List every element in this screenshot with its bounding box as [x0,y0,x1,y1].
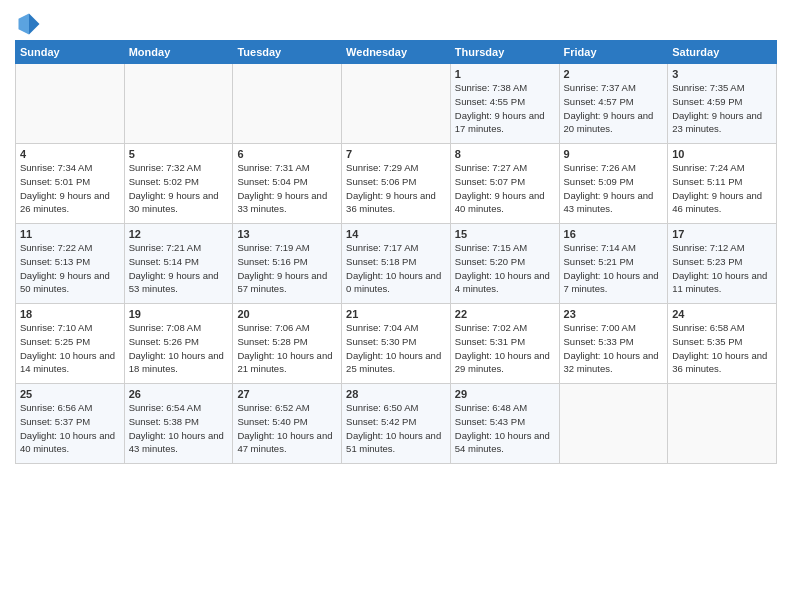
col-header-thursday: Thursday [450,41,559,64]
day-cell: 13Sunrise: 7:19 AMSunset: 5:16 PMDayligh… [233,224,342,304]
day-cell: 9Sunrise: 7:26 AMSunset: 5:09 PMDaylight… [559,144,668,224]
week-row-2: 4Sunrise: 7:34 AMSunset: 5:01 PMDaylight… [16,144,777,224]
day-info: Sunrise: 7:27 AMSunset: 5:07 PMDaylight:… [455,161,555,216]
day-cell: 26Sunrise: 6:54 AMSunset: 5:38 PMDayligh… [124,384,233,464]
day-cell: 12Sunrise: 7:21 AMSunset: 5:14 PMDayligh… [124,224,233,304]
day-info: Sunrise: 7:37 AMSunset: 4:57 PMDaylight:… [564,81,664,136]
day-number: 17 [672,228,772,240]
day-number: 11 [20,228,120,240]
day-number: 4 [20,148,120,160]
day-number: 8 [455,148,555,160]
day-cell: 6Sunrise: 7:31 AMSunset: 5:04 PMDaylight… [233,144,342,224]
day-cell: 29Sunrise: 6:48 AMSunset: 5:43 PMDayligh… [450,384,559,464]
day-cell: 14Sunrise: 7:17 AMSunset: 5:18 PMDayligh… [342,224,451,304]
day-cell: 11Sunrise: 7:22 AMSunset: 5:13 PMDayligh… [16,224,125,304]
day-number: 7 [346,148,446,160]
day-number: 14 [346,228,446,240]
logo-icon [15,10,43,38]
day-cell [559,384,668,464]
day-number: 13 [237,228,337,240]
day-number: 25 [20,388,120,400]
day-number: 29 [455,388,555,400]
day-number: 15 [455,228,555,240]
day-info: Sunrise: 7:22 AMSunset: 5:13 PMDaylight:… [20,241,120,296]
week-row-1: 1Sunrise: 7:38 AMSunset: 4:55 PMDaylight… [16,64,777,144]
day-cell [668,384,777,464]
day-cell: 19Sunrise: 7:08 AMSunset: 5:26 PMDayligh… [124,304,233,384]
day-info: Sunrise: 7:04 AMSunset: 5:30 PMDaylight:… [346,321,446,376]
svg-marker-0 [29,14,40,35]
day-info: Sunrise: 7:17 AMSunset: 5:18 PMDaylight:… [346,241,446,296]
svg-marker-1 [19,14,30,35]
day-number: 10 [672,148,772,160]
day-cell [124,64,233,144]
day-info: Sunrise: 7:19 AMSunset: 5:16 PMDaylight:… [237,241,337,296]
week-row-5: 25Sunrise: 6:56 AMSunset: 5:37 PMDayligh… [16,384,777,464]
day-cell: 25Sunrise: 6:56 AMSunset: 5:37 PMDayligh… [16,384,125,464]
day-number: 24 [672,308,772,320]
col-header-tuesday: Tuesday [233,41,342,64]
col-header-saturday: Saturday [668,41,777,64]
day-info: Sunrise: 7:02 AMSunset: 5:31 PMDaylight:… [455,321,555,376]
day-number: 26 [129,388,229,400]
day-cell: 22Sunrise: 7:02 AMSunset: 5:31 PMDayligh… [450,304,559,384]
day-info: Sunrise: 6:54 AMSunset: 5:38 PMDaylight:… [129,401,229,456]
day-cell: 15Sunrise: 7:15 AMSunset: 5:20 PMDayligh… [450,224,559,304]
day-info: Sunrise: 7:38 AMSunset: 4:55 PMDaylight:… [455,81,555,136]
day-info: Sunrise: 7:35 AMSunset: 4:59 PMDaylight:… [672,81,772,136]
day-cell: 17Sunrise: 7:12 AMSunset: 5:23 PMDayligh… [668,224,777,304]
day-number: 9 [564,148,664,160]
day-cell [342,64,451,144]
col-header-sunday: Sunday [16,41,125,64]
week-row-4: 18Sunrise: 7:10 AMSunset: 5:25 PMDayligh… [16,304,777,384]
day-cell: 10Sunrise: 7:24 AMSunset: 5:11 PMDayligh… [668,144,777,224]
day-number: 5 [129,148,229,160]
day-info: Sunrise: 6:50 AMSunset: 5:42 PMDaylight:… [346,401,446,456]
header [15,10,777,38]
day-info: Sunrise: 6:52 AMSunset: 5:40 PMDaylight:… [237,401,337,456]
day-info: Sunrise: 7:08 AMSunset: 5:26 PMDaylight:… [129,321,229,376]
day-cell: 23Sunrise: 7:00 AMSunset: 5:33 PMDayligh… [559,304,668,384]
day-info: Sunrise: 7:10 AMSunset: 5:25 PMDaylight:… [20,321,120,376]
header-row: SundayMondayTuesdayWednesdayThursdayFrid… [16,41,777,64]
day-number: 12 [129,228,229,240]
day-cell: 18Sunrise: 7:10 AMSunset: 5:25 PMDayligh… [16,304,125,384]
day-info: Sunrise: 6:48 AMSunset: 5:43 PMDaylight:… [455,401,555,456]
day-info: Sunrise: 7:24 AMSunset: 5:11 PMDaylight:… [672,161,772,216]
main-container: SundayMondayTuesdayWednesdayThursdayFrid… [0,0,792,469]
day-info: Sunrise: 7:34 AMSunset: 5:01 PMDaylight:… [20,161,120,216]
day-number: 18 [20,308,120,320]
day-number: 22 [455,308,555,320]
logo [15,10,47,38]
day-cell: 21Sunrise: 7:04 AMSunset: 5:30 PMDayligh… [342,304,451,384]
day-info: Sunrise: 7:00 AMSunset: 5:33 PMDaylight:… [564,321,664,376]
day-cell: 4Sunrise: 7:34 AMSunset: 5:01 PMDaylight… [16,144,125,224]
day-cell: 1Sunrise: 7:38 AMSunset: 4:55 PMDaylight… [450,64,559,144]
col-header-friday: Friday [559,41,668,64]
day-info: Sunrise: 7:14 AMSunset: 5:21 PMDaylight:… [564,241,664,296]
day-cell: 27Sunrise: 6:52 AMSunset: 5:40 PMDayligh… [233,384,342,464]
col-header-monday: Monday [124,41,233,64]
day-number: 27 [237,388,337,400]
day-info: Sunrise: 7:21 AMSunset: 5:14 PMDaylight:… [129,241,229,296]
day-cell: 3Sunrise: 7:35 AMSunset: 4:59 PMDaylight… [668,64,777,144]
day-cell: 8Sunrise: 7:27 AMSunset: 5:07 PMDaylight… [450,144,559,224]
day-info: Sunrise: 7:29 AMSunset: 5:06 PMDaylight:… [346,161,446,216]
day-number: 19 [129,308,229,320]
day-number: 23 [564,308,664,320]
day-info: Sunrise: 7:06 AMSunset: 5:28 PMDaylight:… [237,321,337,376]
day-cell: 28Sunrise: 6:50 AMSunset: 5:42 PMDayligh… [342,384,451,464]
day-number: 6 [237,148,337,160]
day-cell: 16Sunrise: 7:14 AMSunset: 5:21 PMDayligh… [559,224,668,304]
day-info: Sunrise: 6:58 AMSunset: 5:35 PMDaylight:… [672,321,772,376]
day-info: Sunrise: 7:26 AMSunset: 5:09 PMDaylight:… [564,161,664,216]
day-number: 16 [564,228,664,240]
day-cell: 7Sunrise: 7:29 AMSunset: 5:06 PMDaylight… [342,144,451,224]
week-row-3: 11Sunrise: 7:22 AMSunset: 5:13 PMDayligh… [16,224,777,304]
day-cell [16,64,125,144]
day-info: Sunrise: 7:15 AMSunset: 5:20 PMDaylight:… [455,241,555,296]
day-number: 21 [346,308,446,320]
day-cell: 5Sunrise: 7:32 AMSunset: 5:02 PMDaylight… [124,144,233,224]
day-cell [233,64,342,144]
day-number: 20 [237,308,337,320]
